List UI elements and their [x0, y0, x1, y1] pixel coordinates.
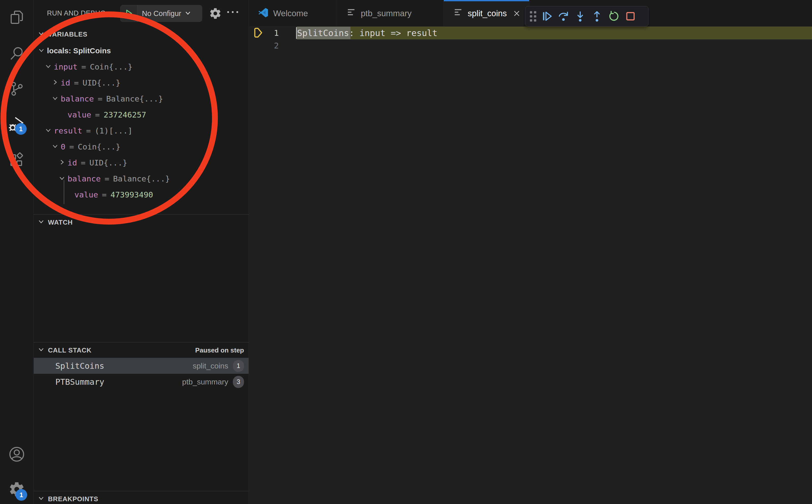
debug-toolbar — [525, 6, 649, 26]
pause-status: Paused on step — [195, 346, 244, 354]
chevron-down-icon — [52, 94, 58, 103]
close-icon[interactable] — [513, 9, 521, 18]
chevron-down-icon — [38, 218, 44, 227]
settings-badge: 1 — [15, 489, 27, 501]
line-number[interactable]: 1 — [249, 27, 279, 39]
settings-gear-icon[interactable]: 1 — [8, 481, 25, 498]
vscode-window: 1 1 RUN AND DEBUG — [0, 0, 812, 504]
chevron-down-icon — [38, 46, 45, 55]
stack-frame[interactable]: PTBSummary ptb_summary 3 — [34, 374, 248, 390]
chevron-down-icon — [45, 62, 52, 71]
variables-section: VARIABLES locals: SplitCoins input=Coin{… — [34, 27, 248, 42]
tree-row[interactable]: value=473993490 — [34, 187, 248, 203]
file-list-icon — [346, 7, 356, 20]
panel-header: RUN AND DEBUG No Configur — [34, 0, 248, 27]
chevron-down-icon — [59, 174, 65, 183]
continue-icon[interactable] — [538, 9, 555, 24]
breakpoints-section: BREAKPOINTS — [34, 491, 248, 504]
code-line-2[interactable]: 2 — [249, 39, 812, 52]
variables-section-header[interactable]: VARIABLES — [34, 27, 248, 42]
tree-row[interactable]: balance=Balance{...} — [34, 171, 248, 187]
step-out-icon[interactable] — [589, 9, 605, 24]
chevron-down-icon — [38, 30, 44, 39]
line-badge: 1 — [233, 360, 244, 372]
source-control-icon[interactable] — [8, 80, 25, 97]
restart-icon[interactable] — [605, 9, 622, 24]
start-debug-icon[interactable] — [121, 5, 137, 22]
call-stack-section-header[interactable]: CALL STACK Paused on step — [34, 343, 248, 358]
tree-row[interactable]: id=UID{...} — [34, 155, 248, 171]
debug-config-dropdown[interactable]: No Configur — [120, 5, 202, 22]
search-icon[interactable] — [8, 45, 25, 62]
extensions-icon[interactable] — [8, 152, 25, 168]
chevron-down-icon — [184, 9, 191, 18]
chevron-right-icon — [52, 78, 58, 87]
chevron-down-icon — [52, 142, 58, 151]
indent-guide — [64, 180, 64, 204]
activity-bar: 1 1 — [0, 0, 34, 504]
chevron-right-icon — [59, 158, 65, 167]
explorer-icon[interactable] — [8, 9, 25, 26]
stop-icon[interactable] — [622, 9, 639, 24]
chevron-down-icon — [38, 346, 44, 355]
tree-row[interactable]: result=(1)[...] — [34, 123, 248, 139]
text-cursor — [296, 27, 297, 39]
drag-handle-icon[interactable] — [530, 11, 536, 22]
run-and-debug-icon[interactable]: 1 — [8, 116, 25, 133]
watch-section: WATCH — [34, 214, 248, 230]
tree-row-scope[interactable]: locals: SplitCoins — [34, 43, 248, 59]
run-and-debug-panel: RUN AND DEBUG No Configur — [34, 0, 249, 504]
breakpoints-section-header[interactable]: BREAKPOINTS — [34, 491, 248, 504]
tree-row[interactable]: balance=Balance{...} — [34, 91, 248, 107]
debug-settings-gear-icon[interactable] — [209, 7, 222, 20]
chevron-down-icon — [45, 126, 52, 135]
call-stack-section: CALL STACK Paused on step SplitCoins spl… — [34, 342, 248, 390]
variables-tree: locals: SplitCoins input=Coin{...} id=UI… — [34, 43, 248, 203]
account-icon[interactable] — [8, 446, 25, 463]
panel-title: RUN AND DEBUG — [47, 0, 106, 27]
file-list-icon — [453, 7, 463, 20]
vscode-logo-icon — [258, 7, 269, 20]
line-number[interactable]: 2 — [249, 39, 279, 52]
step-over-icon[interactable] — [555, 9, 572, 24]
step-into-icon[interactable] — [572, 9, 589, 24]
tree-row[interactable]: id=UID{...} — [34, 75, 248, 91]
debug-badge: 1 — [15, 123, 27, 135]
chevron-down-icon — [38, 495, 44, 503]
tree-row[interactable]: value=237246257 — [34, 107, 248, 123]
config-label: No Configur — [142, 9, 181, 18]
tree-row[interactable]: 0=Coin{...} — [34, 139, 248, 155]
tab-ptb-summary[interactable]: ptb_summary — [337, 0, 444, 27]
tree-row[interactable]: input=Coin{...} — [34, 59, 248, 75]
stack-frame[interactable]: SplitCoins split_coins 1 — [34, 358, 248, 374]
more-actions-icon[interactable] — [227, 11, 238, 13]
code-text: SplitCoins: input => result — [297, 27, 438, 39]
tab-split-coins[interactable]: split_coins — [444, 0, 530, 27]
tab-welcome[interactable]: Welcome — [249, 0, 337, 27]
code-line-1[interactable]: 1 SplitCoins: input => result — [249, 27, 812, 39]
code-editor[interactable]: 1 SplitCoins: input => result 2 — [249, 27, 812, 504]
line-badge: 3 — [233, 376, 244, 388]
watch-section-header[interactable]: WATCH — [34, 215, 248, 230]
